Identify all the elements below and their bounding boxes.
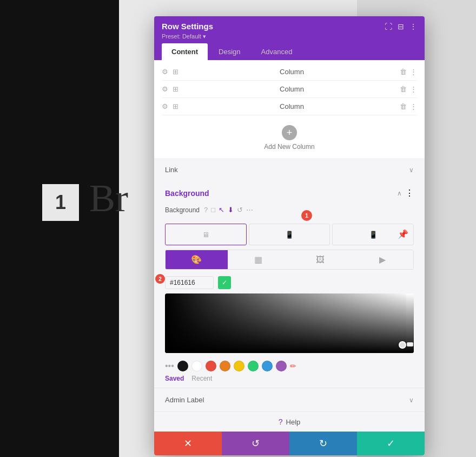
preview-box-monitor[interactable]: 🖥 [165, 224, 247, 245]
reset-icon[interactable]: ↺ [237, 206, 243, 214]
column-actions: 🗑 ⋮ [400, 102, 417, 110]
settings-icon[interactable]: ⚙ [162, 68, 168, 76]
color-type-tabs: 🎨 ▦ 🖼 ▶ [165, 250, 414, 270]
swatch-black[interactable] [177, 361, 188, 371]
preview-area: 🖥 📱 📱 📌 [154, 224, 425, 250]
help-text[interactable]: Help [286, 418, 301, 426]
bg-dark [0, 0, 119, 457]
add-column-label: Add New Column [264, 143, 314, 151]
settings-icon[interactable]: ⚙ [162, 85, 168, 93]
table-row: ⚙ ⊞ Column 🗑 ⋮ [162, 98, 417, 115]
fullscreen-icon[interactable]: ⛶ [385, 22, 392, 31]
columns-icon[interactable]: ⊟ [398, 22, 404, 31]
swatches-row: ••• ✏ [154, 357, 425, 374]
color-confirm-button[interactable]: ✓ [218, 276, 231, 289]
more-swatches-icon[interactable]: ••• [165, 361, 174, 371]
color-type-section: 🎨 ▦ 🖼 ▶ [154, 250, 425, 274]
swatch-orange[interactable] [220, 361, 230, 371]
gradient-picker-handle[interactable] [399, 341, 406, 349]
redo-button[interactable]: ↻ [289, 432, 357, 455]
more-icon[interactable]: ⋮ [410, 85, 417, 93]
more-icon[interactable]: ⋮ [409, 22, 417, 31]
panel-preset[interactable]: Preset: Default ▾ [162, 33, 417, 40]
swatch-purple[interactable] [276, 361, 287, 371]
save-button[interactable]: ✓ [357, 432, 425, 455]
recent-tab[interactable]: Recent [191, 375, 212, 382]
row-icons: ⚙ ⊞ [162, 68, 178, 76]
edit-swatch-icon[interactable]: ✏ [290, 362, 296, 370]
swatch-blue[interactable] [262, 361, 273, 371]
table-row: ⚙ ⊞ Column 🗑 ⋮ [162, 63, 417, 81]
settings-icon[interactable]: ⚙ [162, 102, 168, 110]
color-hex-input[interactable] [165, 276, 214, 289]
more-icon[interactable]: ⋯ [246, 206, 253, 214]
cursor-icon[interactable]: ↖ [219, 206, 224, 214]
help-row: ? Help [154, 412, 425, 432]
link-section[interactable]: Link ∨ [154, 158, 425, 181]
add-column-button[interactable]: + [282, 125, 297, 140]
paint-icon: 🎨 [191, 254, 202, 265]
link-label: Link [165, 166, 178, 174]
column-label: Column [184, 102, 400, 110]
duplicate-icon[interactable]: ⊞ [173, 102, 178, 110]
preview-box-tablet[interactable]: 📱 [249, 224, 330, 245]
row-icons: ⚙ ⊞ [162, 85, 178, 93]
color-gradient-canvas[interactable] [165, 293, 414, 353]
redo-icon: ↻ [319, 438, 327, 449]
more-icon[interactable]: ⋮ [410, 102, 417, 110]
monitor-icon: 🖥 [202, 231, 209, 239]
action-bar: ✕ ↺ ↻ ✓ [154, 432, 425, 455]
tab-advanced[interactable]: Advanced [252, 43, 302, 60]
number-badge: 1 [42, 184, 79, 221]
color-picker-section: 2 ✓ [154, 274, 425, 357]
color-tab-image[interactable]: 🖼 [289, 250, 352, 269]
mobile-icon: 📱 [369, 231, 378, 239]
pin-icon[interactable]: 📌 [398, 229, 408, 239]
download-icon[interactable]: ⬇ [228, 206, 234, 214]
gradient-dark-overlay [165, 293, 414, 353]
background-section-header: Background ∧ ⋮ [154, 181, 425, 203]
bg-color-icon[interactable]: □ [211, 206, 215, 214]
tab-content[interactable]: Content [162, 43, 208, 60]
background-title: Background [165, 189, 209, 198]
saved-recent-row: Saved Recent [154, 374, 425, 388]
column-rows: ⚙ ⊞ Column 🗑 ⋮ ⚙ ⊞ Column 🗑 ⋮ [154, 60, 425, 119]
help-icon[interactable]: ? [204, 206, 208, 214]
panel-body: ⚙ ⊞ Column 🗑 ⋮ ⚙ ⊞ Column 🗑 ⋮ [154, 60, 425, 455]
swatch-green[interactable] [248, 361, 259, 371]
admin-label-section[interactable]: Admin Label ∨ [154, 388, 425, 412]
cancel-icon: ✕ [184, 438, 192, 449]
bg-header-right: ∧ ⋮ [397, 188, 414, 198]
reset-button[interactable]: ↺ [222, 432, 289, 455]
more-icon[interactable]: ⋮ [410, 68, 417, 76]
brightness-handle[interactable] [407, 342, 413, 347]
add-column-section: + Add New Column [154, 119, 425, 158]
delete-icon[interactable]: 🗑 [400, 102, 407, 110]
column-actions: 🗑 ⋮ [400, 68, 417, 76]
more-options-icon[interactable]: ⋮ [405, 188, 414, 198]
chevron-up-icon[interactable]: ∧ [397, 190, 402, 197]
panel-tabs: Content Design Advanced [162, 43, 417, 60]
brightness-slider[interactable] [406, 293, 414, 353]
color-tab-solid[interactable]: 🎨 [166, 250, 228, 269]
duplicate-icon[interactable]: ⊞ [173, 85, 178, 93]
swatch-white[interactable] [191, 361, 202, 371]
delete-icon[interactable]: 🗑 [400, 85, 407, 93]
swatch-red[interactable] [206, 361, 216, 371]
saved-tab[interactable]: Saved [165, 375, 184, 382]
delete-icon[interactable]: 🗑 [400, 68, 407, 76]
bg-control-label: Background [165, 206, 200, 214]
title-row: Row Settings ⛶ ⊟ ⋮ [162, 22, 417, 31]
tab-design[interactable]: Design [209, 43, 250, 60]
chevron-down-icon: ∨ [409, 396, 414, 404]
swatch-yellow[interactable] [234, 361, 244, 371]
color-tab-gradient[interactable]: ▦ [228, 250, 290, 269]
video-icon: ▶ [379, 254, 386, 265]
badge-2: 2 [155, 274, 165, 284]
color-tab-video[interactable]: ▶ [352, 250, 414, 269]
table-row: ⚙ ⊞ Column 🗑 ⋮ [162, 81, 417, 98]
cancel-button[interactable]: ✕ [154, 432, 222, 455]
help-circle-icon: ? [279, 417, 283, 426]
duplicate-icon[interactable]: ⊞ [173, 68, 178, 76]
hex-input-row: ✓ [165, 274, 414, 289]
